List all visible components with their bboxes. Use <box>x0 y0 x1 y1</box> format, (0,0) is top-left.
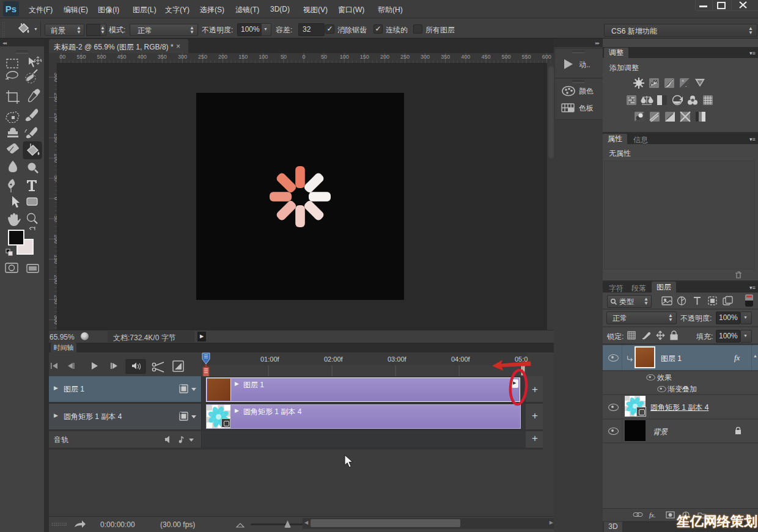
svg-text:02:00f: 02:00f <box>324 355 344 363</box>
svg-text:200: 200 <box>218 54 227 60</box>
svg-text:150: 150 <box>53 255 57 264</box>
svg-text:0: 0 <box>53 197 57 200</box>
svg-text:+: + <box>682 79 684 83</box>
svg-text:100: 100 <box>53 153 57 162</box>
svg-text:600: 600 <box>542 54 551 60</box>
svg-text:300: 300 <box>178 54 187 60</box>
svg-text:550: 550 <box>522 54 531 60</box>
svg-text:300: 300 <box>53 73 57 82</box>
svg-text:150: 150 <box>53 133 57 142</box>
svg-text:250: 250 <box>53 295 57 304</box>
svg-text:50: 50 <box>321 54 327 60</box>
svg-text:350: 350 <box>441 54 450 60</box>
svg-text:50: 50 <box>53 216 57 222</box>
svg-text:450: 450 <box>481 54 490 60</box>
svg-text:300: 300 <box>53 315 57 324</box>
svg-text:150: 150 <box>360 54 369 60</box>
svg-text:450: 450 <box>117 54 127 60</box>
svg-text:300: 300 <box>421 54 430 60</box>
svg-text:500: 500 <box>97 54 106 60</box>
svg-text:100: 100 <box>340 54 349 60</box>
svg-text:100: 100 <box>53 235 57 244</box>
svg-text:100: 100 <box>259 54 268 60</box>
svg-text:400: 400 <box>461 54 470 60</box>
svg-text:400: 400 <box>138 54 147 60</box>
svg-text:250: 250 <box>53 93 57 102</box>
svg-text:0: 0 <box>302 54 305 60</box>
svg-text:50: 50 <box>53 175 57 181</box>
svg-text:03:00f: 03:00f <box>388 355 407 363</box>
svg-text:200: 200 <box>53 275 57 284</box>
svg-text:150: 150 <box>238 54 248 60</box>
svg-text:50: 50 <box>281 54 287 60</box>
svg-text:500: 500 <box>501 54 510 60</box>
svg-text:01:00f: 01:00f <box>260 355 280 363</box>
svg-text:350: 350 <box>158 54 167 60</box>
svg-text:fx.: fx. <box>649 511 656 519</box>
svg-text:200: 200 <box>53 113 57 122</box>
svg-text:550: 550 <box>76 54 86 60</box>
svg-text:200: 200 <box>380 54 389 60</box>
svg-text:250: 250 <box>198 54 207 60</box>
svg-text:04:00f: 04:00f <box>451 355 471 363</box>
svg-text:250: 250 <box>400 54 410 60</box>
